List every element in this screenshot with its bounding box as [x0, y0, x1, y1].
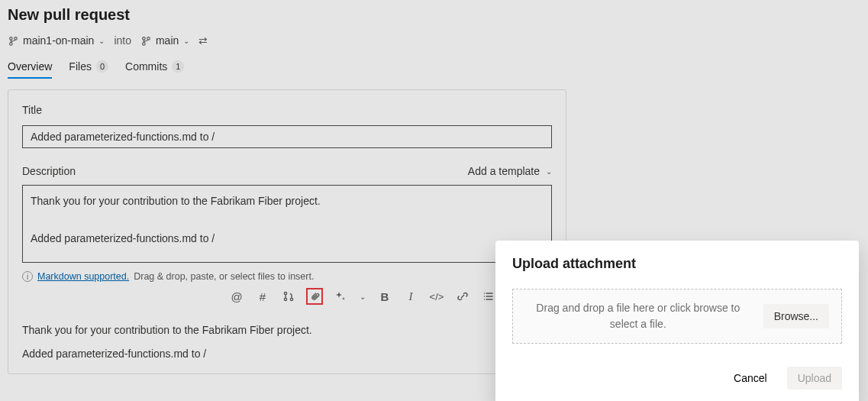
chevron-down-icon: ⌄	[98, 37, 105, 45]
hash-icon[interactable]: #	[254, 288, 271, 305]
markdown-supported-link[interactable]: Markdown supported.	[37, 271, 129, 282]
pull-request-icon[interactable]	[280, 288, 297, 305]
tab-commits[interactable]: Commits 1	[125, 60, 184, 79]
source-branch-name: main1-on-main	[23, 34, 94, 47]
page-title: New pull request	[8, 6, 860, 24]
chevron-down-icon: ⌄	[546, 167, 552, 176]
browse-button[interactable]: Browse...	[763, 304, 829, 328]
bold-icon[interactable]: B	[376, 288, 393, 305]
attachment-icon[interactable]	[306, 288, 323, 305]
target-branch-name: main	[156, 34, 179, 47]
target-branch-selector[interactable]: main ⌄	[140, 34, 189, 47]
tab-commits-label: Commits	[125, 60, 167, 73]
upload-attachment-dialog: Upload attachment Drag and drop a file h…	[495, 241, 859, 401]
commits-count-badge: 1	[172, 60, 184, 73]
files-count-badge: 0	[96, 60, 108, 73]
list-icon[interactable]	[480, 288, 497, 305]
info-icon: i	[22, 271, 33, 282]
dropzone-text: Drag and drop a file here or click brows…	[525, 300, 751, 332]
preview-line: Thank you for your contribution to the F…	[22, 319, 552, 342]
description-hint: i Markdown supported. Drag & drop, paste…	[22, 271, 552, 282]
svg-point-1	[284, 298, 286, 300]
branch-icon	[140, 35, 151, 46]
title-input[interactable]	[22, 125, 552, 148]
svg-point-0	[284, 292, 286, 294]
upload-button[interactable]: Upload	[787, 367, 842, 390]
hint-text: Drag & drop, paste, or select files to i…	[134, 271, 314, 282]
into-label: into	[114, 34, 131, 47]
chevron-down-icon[interactable]: ⌄	[358, 288, 367, 305]
sparkle-icon[interactable]	[332, 288, 349, 305]
source-branch-selector[interactable]: main1-on-main ⌄	[8, 34, 105, 47]
tab-files-label: Files	[69, 60, 92, 73]
tab-files[interactable]: Files 0	[69, 60, 108, 79]
dialog-title: Upload attachment	[512, 256, 842, 272]
add-template-label: Add a template	[468, 165, 540, 177]
title-label: Title	[22, 104, 552, 116]
mention-icon[interactable]: @	[228, 288, 245, 305]
code-icon[interactable]: </>	[428, 288, 445, 305]
tab-overview[interactable]: Overview	[8, 60, 52, 79]
preview-line: Added parameterized-functions.md to /	[22, 342, 552, 366]
description-textarea[interactable]	[22, 185, 552, 263]
cancel-button[interactable]: Cancel	[723, 367, 778, 390]
tabs: Overview Files 0 Commits 1	[8, 60, 860, 79]
branch-row: main1-on-main ⌄ into main ⌄ ⇄	[8, 34, 860, 47]
svg-point-2	[290, 298, 292, 300]
chevron-down-icon: ⌄	[183, 37, 189, 45]
description-preview: Thank you for your contribution to the F…	[22, 319, 552, 366]
dropzone[interactable]: Drag and drop a file here or click brows…	[512, 289, 842, 344]
italic-icon[interactable]: I	[402, 288, 419, 305]
pr-form-card: Title Description Add a template ⌄ i Mar…	[8, 89, 566, 374]
link-icon[interactable]	[454, 288, 471, 305]
description-label: Description	[22, 165, 76, 177]
swap-branches-icon[interactable]: ⇄	[198, 34, 208, 47]
add-template-dropdown[interactable]: Add a template ⌄	[468, 165, 552, 177]
branch-icon	[8, 35, 18, 46]
